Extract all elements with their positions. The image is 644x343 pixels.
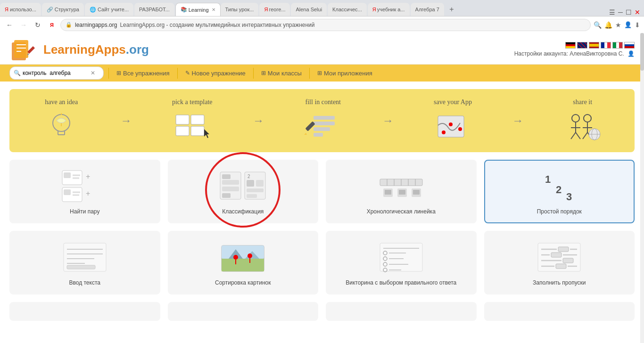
flag-it[interactable] [612, 42, 623, 49]
card-label-find-pair: Найти пару [70, 208, 99, 215]
hero-icon-1 [42, 110, 80, 143]
card-quiz[interactable]: Викторина с выбором правильного ответа [326, 231, 477, 294]
hero-step-2: pick a template [172, 98, 213, 143]
cards-row-2: Ввод текста [9, 231, 635, 294]
card-partial-1[interactable] [9, 302, 160, 321]
svg-text:2: 2 [556, 184, 561, 196]
tab-6[interactable]: Типы урок... [221, 3, 259, 16]
grid-icon: ⊞ [116, 70, 121, 76]
svg-point-25 [449, 122, 453, 126]
account-icon[interactable]: 👤 [627, 50, 635, 57]
flag-ru[interactable] [624, 42, 635, 49]
hero-label-3: fill in content [305, 98, 341, 106]
card-partial-4[interactable] [484, 302, 635, 321]
nav-my-apps[interactable]: ⊞ Мои приложения [309, 68, 380, 79]
svg-rect-54 [222, 174, 231, 179]
apps-icon: ⊞ [317, 70, 322, 76]
nav-my-classes[interactable]: ⊞ Мои классы [253, 68, 309, 79]
svg-rect-16 [191, 126, 204, 136]
address-bar[interactable]: 🔒 learningapps.org LearningApps.org - со… [60, 19, 591, 31]
nav-new-exercise[interactable]: ✎ Новое упражнение [177, 68, 253, 79]
card-fill-gaps[interactable]: Заполнить пропуски [484, 231, 635, 294]
card-partial-2[interactable] [168, 302, 319, 321]
svg-point-89 [233, 255, 238, 260]
svg-line-36 [583, 132, 587, 139]
tab-10[interactable]: Я учебник а... [368, 3, 410, 16]
minimize-button[interactable]: ─ [618, 8, 623, 16]
svg-marker-17 [204, 129, 209, 138]
svg-rect-1 [14, 40, 28, 58]
tab-8[interactable]: Alena Selui [291, 3, 327, 16]
card-label-text-input: Ввод текста [69, 279, 100, 286]
card-timeline[interactable]: Хронологическая линейка [326, 160, 477, 223]
cards-row-3-partial [9, 302, 635, 321]
svg-point-27 [442, 131, 446, 134]
forward-button[interactable]: → [18, 19, 29, 31]
flag-icons [565, 42, 635, 49]
card-label-quiz: Викторина с выбором правильного ответа [346, 279, 456, 286]
maximize-button[interactable]: ☐ [626, 8, 632, 16]
logo-text[interactable]: LearningApps.org [43, 42, 149, 57]
arrow-4: → [512, 114, 523, 127]
close-window-button[interactable]: ✕ [635, 8, 640, 16]
refresh-button[interactable]: ↻ [32, 19, 43, 31]
svg-text:+: + [86, 172, 90, 180]
card-partial-3[interactable] [326, 302, 477, 321]
back-button[interactable]: ← [4, 19, 15, 31]
bookmark-icon[interactable]: ★ [615, 21, 621, 29]
card-label-fill-gaps: Заполнить пропуски [533, 279, 586, 286]
svg-point-91 [248, 253, 252, 258]
search-clear-icon[interactable]: ✕ [91, 70, 95, 76]
profile-icon[interactable]: 👤 [624, 21, 632, 28]
card-icon-sort-pictures [219, 239, 266, 275]
hero-step-3: fill in content [304, 98, 342, 143]
flag-en[interactable] [577, 42, 587, 49]
home-button[interactable]: Я [46, 19, 58, 31]
flag-es[interactable] [589, 42, 599, 49]
card-simple-order[interactable]: 1 2 3 Простой порядок [484, 160, 635, 223]
tab-close[interactable]: ✕ [212, 7, 215, 12]
download-arrow-icon[interactable]: ⬇ [635, 21, 640, 29]
card-sort-pictures[interactable]: Сортировка картинок [168, 231, 319, 294]
menu-icon[interactable]: ☰ [609, 8, 615, 16]
nav-all-exercises[interactable]: ⊞ Все упражнения [108, 68, 177, 79]
tab-9[interactable]: Классичес... [328, 3, 367, 16]
card-label-timeline: Хронологическая линейка [367, 208, 436, 215]
search-icon: 🔍 [14, 70, 21, 76]
tab-11[interactable]: Алгебра 7 [411, 3, 444, 16]
svg-rect-86 [222, 259, 264, 271]
tab-2[interactable]: 🔗 Структура [42, 3, 84, 16]
nav-links: ⊞ Все упражнения ✎ Новое упражнение ⊞ Мо… [108, 68, 380, 79]
svg-rect-15 [191, 115, 204, 124]
card-icon-classification: 1 2 [219, 168, 266, 204]
hero-banner: have an idea → pick a template [9, 89, 635, 152]
flag-fr[interactable] [601, 42, 611, 49]
search-box[interactable]: 🔍 ✕ [9, 66, 104, 80]
hero-label-4: save your App [434, 98, 472, 106]
svg-rect-14 [176, 126, 189, 136]
tab-7[interactable]: Я геоге... [259, 3, 290, 16]
svg-text:2: 2 [248, 174, 250, 179]
scrollbar-thumb[interactable] [640, 33, 644, 71]
card-text-input[interactable]: Ввод текста [9, 231, 160, 294]
tab-3[interactable]: 🌐 Сайт учите... [85, 3, 133, 16]
logo-left: LearningApps.org [9, 38, 149, 61]
browser-chrome: Я использо... 🔗 Структура 🌐 Сайт учите..… [0, 0, 644, 33]
search-input[interactable] [23, 70, 89, 76]
flag-de[interactable] [565, 42, 576, 49]
card-classification[interactable]: 1 2 Классификация [168, 160, 319, 223]
new-tab-button[interactable]: + [445, 3, 458, 16]
download-icon[interactable]: 🔔 [604, 21, 612, 29]
tab-bar: Я использо... 🔗 Структура 🌐 Сайт учите..… [0, 0, 644, 16]
tab-4[interactable]: РАЗРАБОТ... [134, 3, 174, 16]
svg-rect-42 [64, 172, 71, 178]
hero-step-4: save your App [434, 98, 472, 143]
tab-learning[interactable]: 📚 Learning ✕ [175, 3, 221, 16]
tab-1[interactable]: Я использо... [0, 3, 41, 16]
right-scrollbar[interactable] [640, 33, 644, 343]
card-find-pair[interactable]: + + Найти пару [9, 160, 160, 223]
search-omnibar-icon[interactable]: 🔍 [594, 21, 602, 29]
card-label-sort-pictures: Сортировка картинок [215, 279, 271, 286]
cards-row-1: + + Найти пару 1 [9, 160, 635, 223]
card-icon-text-input [61, 239, 108, 275]
